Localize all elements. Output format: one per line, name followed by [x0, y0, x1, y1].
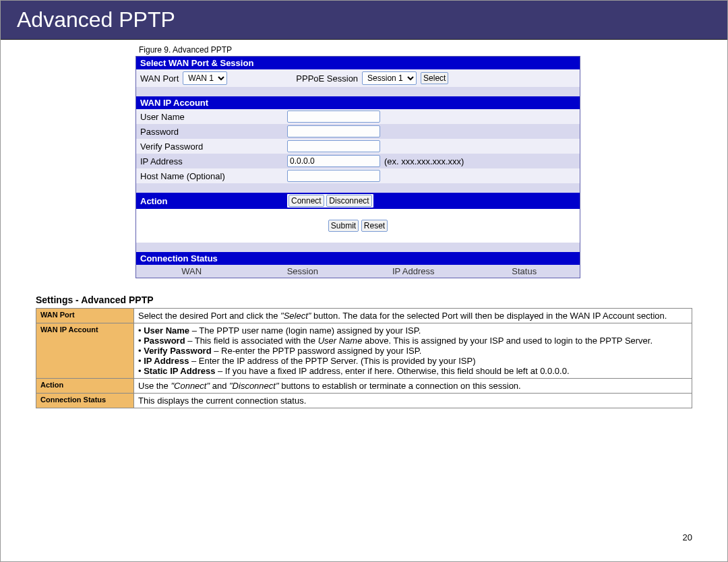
settings-heading: Settings - Advanced PPTP — [36, 294, 727, 305]
status-columns: WAN Session IP Address Status — [136, 265, 580, 278]
reset-button[interactable]: Reset — [361, 220, 388, 232]
wan-port-select[interactable]: WAN 1 — [183, 71, 227, 85]
row-ip-address: IP Address (ex. xxx.xxx.xxx.xxx) — [136, 154, 580, 168]
desc-action: Use the "Connect" and "Disconnect" butto… — [134, 379, 692, 394]
spacer — [136, 183, 580, 193]
pppoe-session-select[interactable]: Session 1 — [362, 71, 417, 85]
col-ip: IP Address — [358, 265, 469, 278]
action-row: Action Connect Disconnect — [136, 193, 580, 209]
pppoe-session-label: PPPoE Session — [296, 73, 358, 84]
desc-conn-status: This displays the current connection sta… — [134, 394, 692, 408]
col-wan: WAN — [136, 265, 247, 278]
host-name-label: Host Name (Optional) — [140, 171, 287, 181]
action-label: Action — [140, 196, 287, 206]
username-label: User Name — [140, 112, 287, 122]
figure-caption: Figure 9. Advanced PPTP — [139, 45, 727, 55]
password-label: Password — [140, 127, 287, 137]
select-button[interactable]: Select — [421, 72, 448, 84]
ip-address-label: IP Address — [140, 156, 287, 166]
col-session: Session — [247, 265, 359, 278]
table-row: Connection Status This displays the curr… — [36, 394, 692, 408]
password-input[interactable] — [287, 125, 380, 137]
ip-address-input[interactable] — [287, 155, 380, 167]
select-wan-header: Select WAN Port & Session — [136, 57, 580, 69]
col-status: Status — [469, 265, 580, 278]
figure-area: Figure 9. Advanced PPTP Select WAN Port … — [1, 45, 727, 278]
wan-ip-header: WAN IP Account — [136, 96, 580, 109]
connection-status-header: Connection Status — [136, 252, 580, 265]
router-ui: Select WAN Port & Session WAN Port WAN 1… — [135, 56, 580, 278]
key-wan-port: WAN Port — [36, 309, 134, 323]
key-action: Action — [36, 379, 134, 394]
spacer — [136, 87, 580, 96]
host-name-input[interactable] — [287, 170, 380, 182]
connect-button[interactable]: Connect — [289, 195, 324, 207]
submit-button[interactable]: Submit — [328, 220, 359, 232]
page-number: 20 — [683, 532, 692, 542]
ip-address-hint: (ex. xxx.xxx.xxx.xxx) — [384, 156, 464, 166]
row-verify-password: Verify Password — [136, 139, 580, 154]
verify-password-label: Verify Password — [140, 142, 287, 152]
desc-wan-ip: • User Name – The PPTP user name (login … — [134, 323, 692, 379]
spacer — [136, 243, 580, 252]
settings-table: WAN Port Select the desired Port and cli… — [36, 308, 692, 408]
key-conn-status: Connection Status — [36, 394, 134, 408]
table-row: WAN Port Select the desired Port and cli… — [36, 309, 692, 323]
disconnect-button[interactable]: Disconnect — [326, 195, 371, 207]
desc-wan-port: Select the desired Port and click the "S… — [134, 309, 692, 323]
key-wan-ip: WAN IP Account — [36, 323, 134, 379]
wan-session-row: WAN Port WAN 1 PPPoE Session Session 1 S… — [136, 69, 580, 87]
table-row: WAN IP Account • User Name – The PPTP us… — [36, 323, 692, 379]
row-username: User Name — [136, 109, 580, 124]
wan-port-label: WAN Port — [140, 73, 179, 84]
username-input[interactable] — [287, 111, 380, 123]
row-host-name: Host Name (Optional) — [136, 168, 580, 183]
row-password: Password — [136, 124, 580, 139]
table-row: Action Use the "Connect" and "Disconnect… — [36, 379, 692, 394]
submit-row: Submit Reset — [136, 209, 580, 243]
page-title: Advanced PPTP — [1, 1, 727, 40]
verify-password-input[interactable] — [287, 140, 380, 152]
